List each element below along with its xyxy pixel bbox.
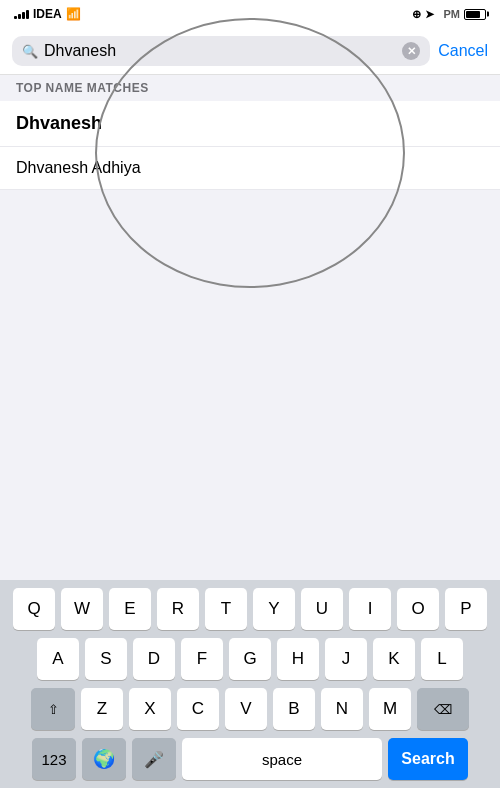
key-h[interactable]: H [277, 638, 319, 680]
space-key[interactable]: space [182, 738, 382, 780]
signal-icon [14, 9, 29, 19]
keyboard[interactable]: Q W E R T Y U I O P A S D F G H J K L ⇧ … [0, 580, 500, 788]
arrow-icon: ➤ [425, 8, 434, 21]
key-x[interactable]: X [129, 688, 171, 730]
key-m[interactable]: M [369, 688, 411, 730]
status-left: IDEA 📶 [14, 7, 81, 21]
search-magnifier-icon: 🔍 [22, 44, 38, 59]
top-match-item[interactable]: Dhvanesh [0, 101, 500, 147]
key-s[interactable]: S [85, 638, 127, 680]
microphone-key[interactable]: 🎤 [132, 738, 176, 780]
key-e[interactable]: E [109, 588, 151, 630]
key-i[interactable]: I [349, 588, 391, 630]
key-p[interactable]: P [445, 588, 487, 630]
status-bar: IDEA 📶 ⊕ ➤ PM [0, 0, 500, 28]
clear-button[interactable]: ✕ [402, 42, 420, 60]
key-k[interactable]: K [373, 638, 415, 680]
key-c[interactable]: C [177, 688, 219, 730]
keyboard-row-1: Q W E R T Y U I O P [4, 588, 496, 630]
numbers-key[interactable]: 123 [32, 738, 76, 780]
secondary-match-item[interactable]: Dhvanesh Adhiya [0, 147, 500, 190]
status-right: ⊕ ➤ PM [412, 8, 487, 21]
key-w[interactable]: W [61, 588, 103, 630]
key-y[interactable]: Y [253, 588, 295, 630]
search-key[interactable]: Search [388, 738, 468, 780]
wifi-icon: 📶 [66, 7, 81, 21]
results-area: TOP NAME MATCHES Dhvanesh Dhvanesh Adhiy… [0, 75, 500, 190]
delete-key[interactable]: ⌫ [417, 688, 469, 730]
content-space [0, 190, 500, 380]
time-label: PM [444, 8, 461, 20]
location-icon: ⊕ [412, 8, 421, 21]
key-u[interactable]: U [301, 588, 343, 630]
cancel-button[interactable]: Cancel [438, 42, 488, 60]
key-v[interactable]: V [225, 688, 267, 730]
key-r[interactable]: R [157, 588, 199, 630]
key-z[interactable]: Z [81, 688, 123, 730]
search-input-wrapper[interactable]: 🔍 ✕ [12, 36, 430, 66]
globe-key[interactable]: 🌍 [82, 738, 126, 780]
keyboard-row-3: ⇧ Z X C V B N M ⌫ [4, 688, 496, 730]
search-bar[interactable]: 🔍 ✕ Cancel [0, 28, 500, 75]
key-a[interactable]: A [37, 638, 79, 680]
shift-key[interactable]: ⇧ [31, 688, 75, 730]
keyboard-row-2: A S D F G H J K L [4, 638, 496, 680]
carrier-label: IDEA [33, 7, 62, 21]
key-f[interactable]: F [181, 638, 223, 680]
key-d[interactable]: D [133, 638, 175, 680]
key-j[interactable]: J [325, 638, 367, 680]
battery-icon [464, 9, 486, 20]
key-g[interactable]: G [229, 638, 271, 680]
key-o[interactable]: O [397, 588, 439, 630]
key-t[interactable]: T [205, 588, 247, 630]
key-l[interactable]: L [421, 638, 463, 680]
key-q[interactable]: Q [13, 588, 55, 630]
keyboard-row-4: 123 🌍 🎤 space Search [4, 738, 496, 780]
section-header: TOP NAME MATCHES [0, 75, 500, 101]
key-b[interactable]: B [273, 688, 315, 730]
key-n[interactable]: N [321, 688, 363, 730]
search-input[interactable] [44, 42, 396, 60]
